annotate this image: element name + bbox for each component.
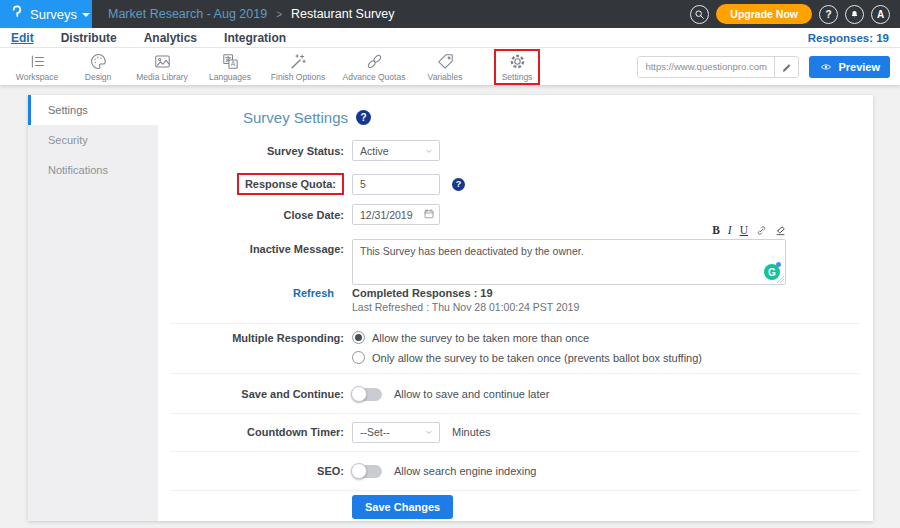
clear-formatting-button[interactable] [775,222,786,240]
inactive-message-label: Inactive Message: [158,225,352,255]
search-button[interactable] [690,5,709,24]
edit-toolbar: Workspace Design Media Library A Languag… [0,48,900,85]
radio-option-multiple-allowed[interactable]: Allow the survey to be taken more than o… [352,331,702,344]
toolbar-item-design[interactable]: Design [70,52,126,82]
response-stats: Completed Responses : 19 Last Refreshed … [352,287,579,313]
save-changes-button[interactable]: Save Changes [352,495,453,519]
responses-count: Responses: 19 [808,32,889,44]
countdown-timer-select[interactable]: --Set-- [352,422,440,443]
inactive-message-field: This Survey has been deactivated by the … [352,239,786,285]
underline-button[interactable]: U [740,225,748,237]
multiple-responding-label: Multiple Responding: [158,331,352,344]
seo-text: Allow search engine indexing [394,465,536,477]
chevron-down-icon [424,427,434,437]
chevron-down-icon [424,146,434,156]
editor-toolbar: B I U [352,225,786,237]
gear-icon [508,52,527,71]
radio-option-once-only[interactable]: Only allow the survey to be taken once (… [352,351,702,364]
inactive-message-textarea[interactable]: This Survey has been deactivated by the … [353,240,785,284]
row-divider [170,490,859,491]
magic-wand-icon [289,52,308,71]
save-and-continue-label: Save and Continue: [158,388,352,400]
notifications-button[interactable] [845,5,864,24]
link-button[interactable] [756,222,767,240]
edit-url-button[interactable] [774,57,798,77]
last-refreshed: Last Refreshed : Thu Nov 28 01:00:24 PST… [352,301,579,313]
toolbar-right: Preview [637,56,896,78]
radio-checked-icon[interactable] [352,331,365,344]
tab-analytics[interactable]: Analytics [144,31,197,45]
chain-links-icon [365,52,384,71]
bold-button[interactable]: B [712,225,720,237]
caret-down-icon [82,13,90,17]
save-and-continue-toggle[interactable] [352,388,382,401]
annotation-box-response-quota: Response Quota: [237,173,344,195]
avatar[interactable]: A [871,5,890,24]
translate-icon: A [221,52,240,71]
breadcrumb-separator: > [276,9,282,20]
tab-distribute[interactable]: Distribute [61,31,117,45]
main-nav: Edit Distribute Analytics Integration Re… [0,28,900,48]
multiple-responding-options: Allow the survey to be taken more than o… [352,331,702,364]
breadcrumb-parent[interactable]: Market Research - Aug 2019 [108,7,267,21]
svg-text:A: A [230,60,235,67]
workspace-icon [28,52,47,71]
radio-unchecked-icon[interactable] [352,351,365,364]
bell-icon [849,9,860,20]
tab-integration[interactable]: Integration [224,31,286,45]
pencil-icon [781,61,793,73]
refresh-link[interactable]: Refresh [293,287,334,299]
eye-icon [819,62,833,72]
image-icon [153,52,172,71]
row-divider [170,373,859,374]
toolbar-item-languages[interactable]: A Languages [198,52,262,82]
tag-icon [436,52,455,71]
row-divider [170,413,859,414]
row-divider [170,323,859,324]
title-help-icon[interactable]: ? [356,110,371,125]
survey-url-input[interactable] [638,57,774,77]
completed-responses: Completed Responses : 19 [352,287,579,299]
preview-button[interactable]: Preview [809,56,890,78]
breadcrumb-current: Restaurant Survey [291,7,395,21]
settings-card: Settings Security Notifications Survey S… [28,95,873,521]
response-quota-label: Response Quota: [245,178,336,190]
settings-main: Survey Settings ? Survey Status: Active … [158,95,873,521]
toggle-knob [351,463,367,479]
toolbar-item-finish-options[interactable]: Finish Options [262,52,334,82]
survey-status-label: Survey Status: [158,145,352,157]
save-and-continue-text: Allow to save and continue later [394,388,549,400]
seo-label: SEO: [158,465,352,477]
app-screen: Surveys Market Research - Aug 2019 > Res… [0,0,900,528]
content-area: Settings Security Notifications Survey S… [0,85,900,528]
response-quota-input[interactable] [352,174,440,195]
countdown-timer-suffix: Minutes [452,426,491,438]
surveys-menu[interactable]: Surveys [0,0,92,28]
grammarly-status-dot [776,262,781,267]
inactive-message-editor: B I U This Survey has been deactivated b… [352,225,786,285]
toolbar-item-variables[interactable]: Variables [414,52,476,82]
help-button[interactable]: ? [819,5,838,24]
close-date-label: Close Date: [158,209,352,221]
tab-edit[interactable]: Edit [11,31,34,45]
palette-icon [89,52,108,71]
italic-button[interactable]: I [728,225,732,237]
survey-status-select[interactable]: Active [352,140,440,161]
row-divider [170,451,859,452]
seo-toggle[interactable] [352,465,382,478]
sidebar-item-settings[interactable]: Settings [28,95,158,125]
upgrade-now-button[interactable]: Upgrade Now [716,4,812,24]
countdown-timer-label: Countdown Timer: [158,426,352,438]
toolbar-item-advance-quotas[interactable]: Advance Quotas [334,52,414,82]
toolbar-item-settings[interactable]: Settings [500,52,534,82]
quota-help-icon[interactable]: ? [452,178,465,191]
breadcrumb: Market Research - Aug 2019 > Restaurant … [108,7,395,21]
settings-sidebar: Settings Security Notifications [28,95,158,521]
calendar-icon[interactable] [423,208,435,220]
toolbar-item-workspace[interactable]: Workspace [4,52,70,82]
toolbar-item-media-library[interactable]: Media Library [126,52,198,82]
sidebar-item-notifications[interactable]: Notifications [28,155,158,185]
questionpro-logo-icon [9,4,25,24]
textarea-resize-handle[interactable] [777,276,784,283]
sidebar-item-security[interactable]: Security [28,125,158,155]
